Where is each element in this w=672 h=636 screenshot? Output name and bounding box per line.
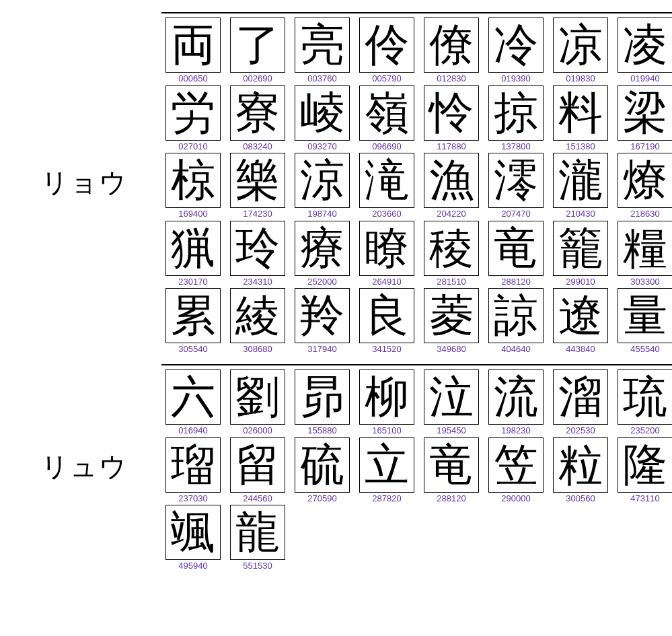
kanji-cell[interactable]: 琉235200 [613,369,672,436]
kanji-cell[interactable]: 留244560 [226,437,289,504]
kanji-code: 303300 [613,277,672,287]
kanji-glyph: 玲 [230,221,285,276]
kanji-cell[interactable]: 漁204220 [420,153,483,219]
kanji-cell[interactable]: 良341520 [355,288,418,355]
kanji-cell[interactable]: 凌019940 [613,17,672,84]
kanji-cell[interactable]: 澪207470 [484,153,548,219]
kanji-code: 207470 [484,209,548,219]
kanji-cell[interactable]: 瞭264910 [355,221,418,287]
kanji-glyph: 漁 [424,153,479,208]
kanji-code: 244560 [226,493,289,504]
kanji-glyph: 泣 [424,369,479,425]
kanji-glyph: 冷 [488,17,544,73]
kanji-cell[interactable]: 玲234310 [226,221,289,287]
kanji-code: 237030 [161,493,225,504]
kanji-code: 218630 [613,209,672,219]
kanji-cell[interactable]: 竜288120 [484,221,548,287]
kanji-glyph: 累 [165,288,221,343]
kanji-cell[interactable]: 諒404640 [484,288,548,355]
kanji-cell[interactable]: 立287820 [355,437,418,504]
kanji-glyph: 溜 [553,369,608,425]
kanji-grid: 両000650了002690亮003760伶005790僚012830冷0193… [161,17,672,356]
kanji-cell[interactable]: 嶺096690 [355,85,418,152]
kanji-cell[interactable]: 樂174230 [226,153,289,219]
kanji-cell[interactable]: 寮083240 [226,85,289,152]
kanji-cell[interactable]: 昴155880 [291,369,354,436]
kanji-code: 137800 [484,141,548,152]
kanji-code: 155880 [291,425,354,436]
kanji-cell[interactable]: 涼198740 [291,153,354,219]
kanji-cell[interactable]: 僚012830 [420,17,483,84]
kanji-cell[interactable]: 颯495940 [161,505,225,571]
kanji-code: 167190 [613,141,672,152]
kanji-cell[interactable]: 累305540 [161,288,225,355]
kanji-cell[interactable]: 労027010 [161,85,225,152]
kanji-glyph: 僚 [424,17,479,73]
kanji-cell[interactable]: 龍551530 [226,505,289,571]
kanji-glyph: 昴 [295,369,350,425]
kanji-cell[interactable]: 椋169400 [161,153,225,219]
kanji-cell[interactable]: 菱349680 [420,288,483,355]
kanji-code: 198230 [484,425,548,436]
kanji-cell[interactable]: 療252000 [291,221,354,287]
kanji-glyph: 隆 [618,437,672,493]
kanji-cell[interactable]: 怜117880 [420,85,483,152]
kanji-glyph: 瑠 [165,437,221,493]
kanji-cell[interactable]: 量455540 [613,288,672,355]
section-divider [161,364,672,365]
kanji-code: 349680 [420,344,483,355]
kanji-code: 270590 [291,493,354,504]
kanji-glyph: 流 [488,369,544,425]
kanji-cell[interactable]: 柳165100 [355,369,418,436]
kanji-cell[interactable]: 糧303300 [613,221,672,287]
kanji-cell[interactable]: 猟230170 [161,221,225,287]
kanji-code: 204220 [420,209,483,219]
kanji-cell[interactable]: 崚093270 [291,85,354,152]
kanji-glyph: 籠 [553,221,608,276]
kanji-glyph: 燎 [618,153,672,208]
kanji-glyph: 六 [165,369,221,425]
reading-label: リュウ [7,448,161,485]
kanji-cell[interactable]: 粒300560 [549,437,612,504]
kanji-cell[interactable]: 硫270590 [291,437,354,504]
kanji-code: 299010 [549,277,612,287]
kanji-cell[interactable]: 掠137800 [484,85,548,152]
kanji-cell[interactable]: 遼443840 [549,288,612,355]
kanji-cell[interactable]: 亮003760 [291,17,354,84]
kanji-cell[interactable]: 梁167190 [613,85,672,152]
kanji-cell[interactable]: 了002690 [226,17,289,84]
kanji-cell[interactable]: 稜281510 [420,221,483,287]
kanji-cell[interactable]: 綾308680 [226,288,289,355]
kanji-cell[interactable]: 竜288120 [420,437,483,504]
kanji-cell[interactable]: 流198230 [484,369,548,436]
kanji-cell[interactable]: 燎218630 [613,153,672,219]
kanji-code: 234310 [226,277,289,287]
kanji-glyph: 羚 [295,288,350,343]
kanji-cell[interactable]: 伶005790 [355,17,418,84]
kanji-cell[interactable]: 泣195450 [420,369,483,436]
kanji-cell[interactable]: 滝203660 [355,153,418,219]
kanji-cell[interactable]: 籠299010 [549,221,612,287]
kanji-cell[interactable]: 溜202530 [549,369,612,436]
kanji-cell[interactable]: 凉019830 [549,17,612,84]
kanji-glyph: 龍 [230,505,285,560]
reading-section: リュウ六016940劉026000昴155880柳165100泣195450流1… [7,359,665,575]
kanji-cell[interactable]: 料151380 [549,85,612,152]
kanji-code: 195450 [420,425,483,436]
kanji-cell[interactable]: 笠290000 [484,437,548,504]
kanji-cell[interactable]: 瀧210430 [549,153,612,219]
kanji-cell[interactable]: 羚317940 [291,288,354,355]
kanji-cell[interactable]: 両000650 [161,17,225,84]
kanji-cell[interactable]: 六016940 [161,369,225,436]
kanji-code: 287820 [355,493,418,504]
kanji-cell[interactable]: 冷019390 [484,17,548,84]
kanji-grid-wrap: 両000650了002690亮003760伶005790僚012830冷0193… [161,7,672,359]
kanji-glyph: 澪 [488,153,544,208]
kanji-code: 012830 [420,73,483,84]
kanji-cell[interactable]: 劉026000 [226,369,289,436]
kanji-cell[interactable]: 隆473110 [613,437,672,504]
kanji-cell[interactable]: 瑠237030 [161,437,225,504]
kanji-code: 317940 [291,344,354,355]
kanji-code: 210430 [549,209,612,219]
kanji-code: 455540 [613,344,672,355]
